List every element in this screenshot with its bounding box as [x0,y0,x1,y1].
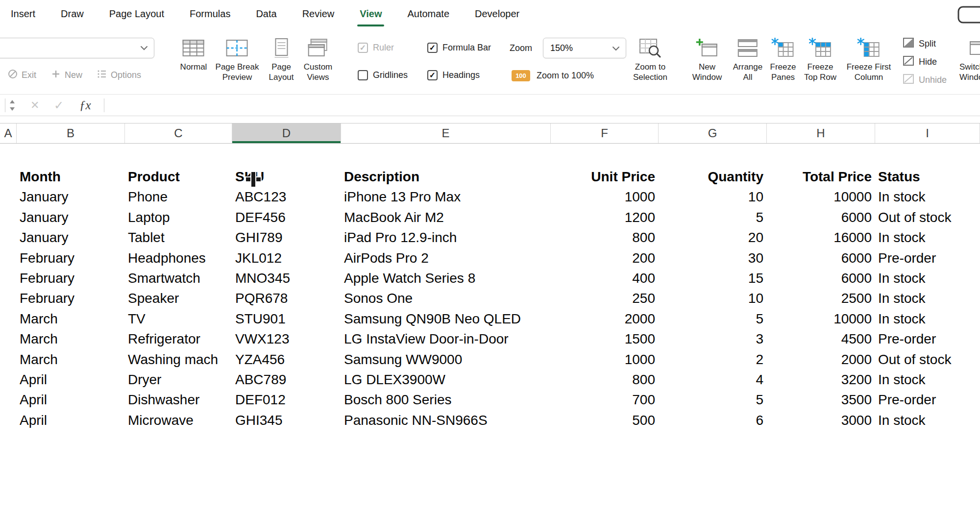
exit-sheet-view-button[interactable]: Exit [8,69,36,81]
cell[interactable]: Speaker [125,288,232,308]
cell[interactable]: 3 [659,329,767,349]
insert-function-icon[interactable]: ƒx [79,95,91,116]
header-cell[interactable]: Month [17,167,125,187]
zoom-to-selection-button[interactable]: Zoom to Selection [633,36,667,82]
switch-windows-button[interactable]: Switch Windows [959,36,980,82]
cell[interactable]: Pre-order [875,248,980,268]
arrange-all-button[interactable]: Arrange All [733,36,762,82]
cell[interactable]: LG DLEX3900W [341,369,551,390]
split-button[interactable]: Split [903,38,936,49]
cell[interactable]: GHI345 [232,410,341,430]
cell[interactable]: 4500 [767,329,875,349]
cell[interactable]: 10000 [767,187,875,207]
column-header-B[interactable]: B [17,123,125,143]
name-box-stepper[interactable] [9,95,16,116]
zoom-dropdown[interactable]: 150% [543,38,626,58]
cell[interactable]: Pre-order [875,390,980,410]
cell[interactable]: AirPods Pro 2 [341,248,551,268]
cell[interactable]: Microwave [125,410,232,430]
cell[interactable]: 200 [551,248,659,268]
cell[interactable]: January [17,187,125,207]
cell[interactable]: 5 [659,390,767,410]
comments-button[interactable] [957,5,980,26]
cell[interactable]: PQR678 [232,288,341,308]
cell[interactable]: April [17,369,125,390]
cell-col-a[interactable] [0,248,17,268]
cell[interactable]: In stock [875,187,980,207]
cell[interactable]: ABC789 [232,369,341,390]
cell[interactable]: Laptop [125,207,232,227]
new-sheet-view-button[interactable]: New [51,69,82,81]
cell[interactable]: 1000 [551,349,659,369]
cancel-entry-button[interactable]: ✕ [30,95,39,116]
cell[interactable]: Apple Watch Series 8 [341,268,551,288]
cell-col-a[interactable] [0,268,17,288]
cell[interactable]: 2000 [551,309,659,329]
cell[interactable]: In stock [875,410,980,430]
column-header-H[interactable]: H [767,123,875,143]
cell[interactable]: March [17,329,125,349]
header-cell[interactable]: Quantity [659,167,767,187]
cell-col-a[interactable] [0,187,17,207]
gridlines-checkbox[interactable]: Gridlines [358,70,408,80]
cell[interactable]: Pre-order [875,329,980,349]
cell[interactable]: February [17,248,125,268]
cell[interactable]: 10 [659,187,767,207]
menu-page-layout[interactable]: Page Layout [109,0,164,28]
cell-col-a[interactable] [0,390,17,410]
cell[interactable]: Washing mach [125,349,232,369]
cell[interactable]: Panasonic NN-SN966S [341,410,551,430]
custom-views-button[interactable]: Custom Views [304,36,333,82]
cell-col-a[interactable] [0,167,17,187]
cell-col-a[interactable] [0,309,17,329]
cell[interactable]: 3200 [767,369,875,390]
formula-bar-checkbox[interactable]: ✓ Formula Bar [427,43,491,53]
cell[interactable]: 3500 [767,390,875,410]
column-header-C[interactable]: C [125,123,232,143]
cell[interactable]: Out of stock [875,207,980,227]
cell[interactable]: 800 [551,369,659,390]
cell[interactable]: DEF012 [232,390,341,410]
cell[interactable]: VWX123 [232,329,341,349]
menu-review[interactable]: Review [302,0,335,28]
cell-col-a[interactable] [0,207,17,227]
cell-col-a[interactable] [0,349,17,369]
page-break-preview-button[interactable]: Page Break Preview [216,36,259,82]
cell[interactable]: In stock [875,369,980,390]
cell[interactable]: In stock [875,288,980,308]
hide-button[interactable]: Hide [903,56,937,68]
sheet-view-dropdown[interactable] [0,38,154,58]
cell[interactable]: In stock [875,309,980,329]
cell[interactable]: ABC123 [232,187,341,207]
cell[interactable]: Dryer [125,369,232,390]
cell[interactable]: 4 [659,369,767,390]
header-cell[interactable]: SKU [232,167,341,187]
cell[interactable]: 1500 [551,329,659,349]
menu-formulas[interactable]: Formulas [190,0,230,28]
cell[interactable]: 1000 [551,187,659,207]
cell[interactable]: Phone [125,187,232,207]
cell[interactable]: Refrigerator [125,329,232,349]
cell[interactable]: LG InstaView Door-in-Door [341,329,551,349]
cell[interactable]: February [17,288,125,308]
cell[interactable]: 250 [551,288,659,308]
header-cell[interactable]: Product [125,167,232,187]
cell[interactable]: YZA456 [232,349,341,369]
cell[interactable]: 20 [659,227,767,247]
cell[interactable]: 5 [659,207,767,227]
cell[interactable]: 6000 [767,207,875,227]
cell[interactable]: Headphones [125,248,232,268]
freeze-first-column-button[interactable]: Freeze First Column [847,36,891,82]
menu-draw[interactable]: Draw [61,0,84,28]
menu-data[interactable]: Data [256,0,276,28]
cell-col-a[interactable] [0,288,17,308]
column-header-F[interactable]: F [551,123,659,143]
cell[interactable]: March [17,309,125,329]
header-cell[interactable]: Unit Price [551,167,659,187]
cell[interactable]: 16000 [767,227,875,247]
cell[interactable]: Samsung WW9000 [341,349,551,369]
cell[interactable]: DEF456 [232,207,341,227]
header-cell[interactable]: Total Price [767,167,875,187]
menu-developer[interactable]: Developer [475,0,519,28]
menu-automate[interactable]: Automate [407,0,449,28]
